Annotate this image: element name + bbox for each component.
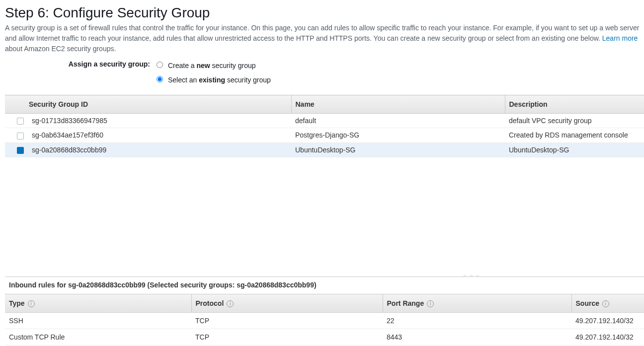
rule-protocol: TCP xyxy=(191,329,383,346)
radio-create-post: security group xyxy=(210,62,256,69)
inbound-rules-title: Inbound rules for sg-0a20868d83cc0bb99 (… xyxy=(9,281,644,289)
sg-header-name[interactable]: Name xyxy=(291,95,505,114)
rule-type: Custom TCP Rule xyxy=(5,329,191,346)
rule-source: 49.207.192.140/32 xyxy=(571,313,644,329)
rule-type: SSH xyxy=(5,313,191,329)
radio-create-new-sg[interactable] xyxy=(157,62,163,68)
rule-source: 49.207.192.140/32 xyxy=(571,329,644,346)
page-description: A security group is a set of firewall ru… xyxy=(5,23,644,54)
radio-create-new-sg-label[interactable]: Create a new security group xyxy=(154,60,271,69)
radio-select-post: security group xyxy=(225,76,271,84)
assign-sg-label: Assign a security group: xyxy=(5,59,154,68)
rules-header-source[interactable]: Sourcei xyxy=(571,294,644,312)
sg-row-id: sg-0ab634ae157ef3f60 xyxy=(28,128,291,142)
radio-create-bold: new xyxy=(196,62,210,69)
resize-handle-icon[interactable]: ○ ○ ○ xyxy=(463,273,480,278)
info-icon[interactable]: i xyxy=(28,300,35,307)
info-icon[interactable]: i xyxy=(427,300,434,307)
sg-row-name: default xyxy=(291,114,505,128)
sg-row-desc: Created by RDS management console xyxy=(505,128,644,142)
sg-row-checkbox[interactable] xyxy=(17,118,24,125)
radio-select-existing-sg-label[interactable]: Select an existing security group xyxy=(154,74,271,84)
radio-select-bold: existing xyxy=(199,76,225,84)
sg-header-id[interactable]: Security Group ID xyxy=(5,95,291,114)
page-title: Step 6: Configure Security Group xyxy=(5,5,644,21)
rules-header-protocol[interactable]: Protocoli xyxy=(191,294,383,312)
sg-row-name: Postgres-Django-SG xyxy=(291,128,505,142)
sg-row-checkbox[interactable] xyxy=(17,147,24,154)
rules-header-type[interactable]: Typei xyxy=(5,294,191,312)
table-row[interactable]: sg-0a20868d83cc0bb99 UbuntuDesktop-SG Ub… xyxy=(5,142,644,157)
radio-create-pre: Create a xyxy=(168,62,197,69)
panel-divider: ○ ○ ○ xyxy=(5,277,644,277)
sg-row-id: sg-0a20868d83cc0bb99 xyxy=(28,142,291,157)
rule-port: 8443 xyxy=(383,329,571,346)
rule-port: 22 xyxy=(383,313,571,329)
desc-text-post: about Amazon EC2 security groups. xyxy=(5,45,116,53)
sg-row-id: sg-01713d83366947985 xyxy=(28,114,291,128)
table-row: Custom TCP Rule TCP 8443 49.207.192.140/… xyxy=(5,329,644,346)
sg-row-checkbox[interactable] xyxy=(17,133,24,139)
rules-header-port[interactable]: Port Rangei xyxy=(383,294,571,312)
table-row[interactable]: sg-01713d83366947985 default default VPC… xyxy=(5,114,644,128)
sg-row-name: UbuntuDesktop-SG xyxy=(291,142,505,157)
rule-protocol: TCP xyxy=(191,313,383,329)
desc-text-pre: A security group is a set of firewall ru… xyxy=(5,24,639,42)
learn-more-link[interactable]: Learn more xyxy=(602,34,638,42)
sg-row-desc: default VPC security group xyxy=(505,114,644,128)
sg-header-desc[interactable]: Description xyxy=(505,95,644,114)
table-row[interactable]: sg-0ab634ae157ef3f60 Postgres-Django-SG … xyxy=(5,128,644,142)
radio-select-pre: Select an xyxy=(168,76,199,84)
info-icon[interactable]: i xyxy=(602,300,609,307)
table-row: SSH TCP 22 49.207.192.140/32 xyxy=(5,313,644,329)
info-icon[interactable]: i xyxy=(227,300,234,307)
security-group-table: Security Group ID Name Description sg-01… xyxy=(5,95,644,157)
radio-select-existing-sg[interactable] xyxy=(157,76,163,82)
inbound-rules-table: Typei Protocoli Port Rangei Sourcei SSH … xyxy=(5,294,644,346)
sg-row-desc: UbuntuDesktop-SG xyxy=(505,142,644,157)
